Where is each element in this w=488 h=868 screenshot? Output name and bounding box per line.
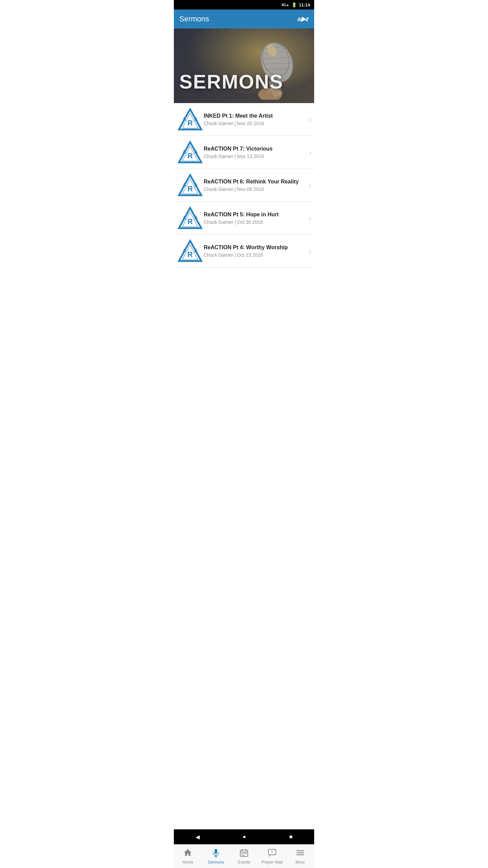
- sermon-info: ReACTION Pt 7: Victorious Chuck Garner |…: [204, 145, 306, 159]
- app-header: Sermons a▶z: [174, 9, 314, 28]
- sermon-meta: Chuck Garner | Nov 13 2016: [204, 154, 306, 159]
- chevron-right-icon: ›: [309, 181, 311, 189]
- svg-text:A: A: [194, 149, 197, 155]
- sermon-thumbnail: R A A: [177, 107, 204, 132]
- svg-text:A: A: [194, 248, 197, 253]
- sermon-item[interactable]: R A A ReACTION Pt 4: Worthy Worship Chuc…: [174, 235, 314, 268]
- signal-indicator: 4G▲: [282, 3, 289, 7]
- hero-title: SERMONS: [174, 70, 314, 103]
- sermon-meta: Chuck Garner | Oct 30 2016: [204, 219, 306, 225]
- svg-text:A: A: [182, 116, 186, 122]
- sermon-title: ReACTION Pt 4: Worthy Worship: [204, 244, 306, 251]
- svg-text:R: R: [187, 250, 193, 259]
- svg-text:A: A: [194, 215, 197, 220]
- sermon-meta: Chuck Garner | Oct 23 2016: [204, 252, 306, 258]
- sermon-list: R A A INKED Pt 1: Meet the Artist Chuck …: [174, 103, 314, 268]
- svg-text:R: R: [187, 184, 193, 193]
- svg-text:R: R: [187, 119, 193, 127]
- status-bar: 4G▲ 🔋 11:14: [174, 0, 314, 9]
- sermon-info: ReACTION Pt 6: Rethink Your Reality Chuc…: [204, 178, 306, 192]
- sermon-title: ReACTION Pt 6: Rethink Your Reality: [204, 178, 306, 185]
- battery-icon: 🔋: [291, 2, 297, 7]
- sermon-title: INKED Pt 1: Meet the Artist: [204, 113, 306, 120]
- page-title: Sermons: [179, 15, 209, 23]
- sermon-item[interactable]: R A A ReACTION Pt 5: Hope in Hurt Chuck …: [174, 202, 314, 235]
- chevron-right-icon: ›: [309, 214, 311, 222]
- svg-text:A: A: [182, 182, 186, 188]
- sort-az-button[interactable]: a▶z: [298, 15, 309, 23]
- sermon-info: ReACTION Pt 5: Hope in Hurt Chuck Garner…: [204, 211, 306, 225]
- svg-text:A: A: [194, 116, 197, 122]
- svg-text:R: R: [187, 217, 193, 226]
- sermon-meta: Chuck Garner | Nov 20 2016: [204, 121, 306, 126]
- sermon-thumbnail: R A A: [177, 140, 204, 164]
- chevron-right-icon: ›: [309, 116, 311, 123]
- sermon-title: ReACTION Pt 5: Hope in Hurt: [204, 211, 306, 218]
- sermon-item[interactable]: R A A ReACTION Pt 6: Rethink Your Realit…: [174, 169, 314, 202]
- sermon-item[interactable]: R A A ReACTION Pt 7: Victorious Chuck Ga…: [174, 136, 314, 169]
- svg-text:A: A: [194, 182, 197, 188]
- sermon-title: ReACTION Pt 7: Victorious: [204, 145, 306, 153]
- svg-text:R: R: [187, 152, 193, 160]
- hero-banner: SM58 SERMONS: [174, 28, 314, 103]
- sermon-thumbnail: R A A: [177, 239, 204, 263]
- time-display: 11:14: [299, 2, 310, 7]
- chevron-right-icon: ›: [309, 247, 311, 255]
- sermon-item[interactable]: R A A INKED Pt 1: Meet the Artist Chuck …: [174, 103, 314, 136]
- sermon-info: ReACTION Pt 4: Worthy Worship Chuck Garn…: [204, 244, 306, 258]
- svg-text:A: A: [182, 215, 186, 220]
- sermon-thumbnail: R A A: [177, 206, 204, 230]
- svg-text:A: A: [182, 149, 186, 155]
- svg-text:A: A: [182, 248, 186, 253]
- sermon-thumbnail: R A A: [177, 173, 204, 197]
- chevron-right-icon: ›: [309, 149, 311, 156]
- sermon-meta: Chuck Garner | Nov 06 2016: [204, 186, 306, 192]
- sermon-info: INKED Pt 1: Meet the Artist Chuck Garner…: [204, 113, 306, 126]
